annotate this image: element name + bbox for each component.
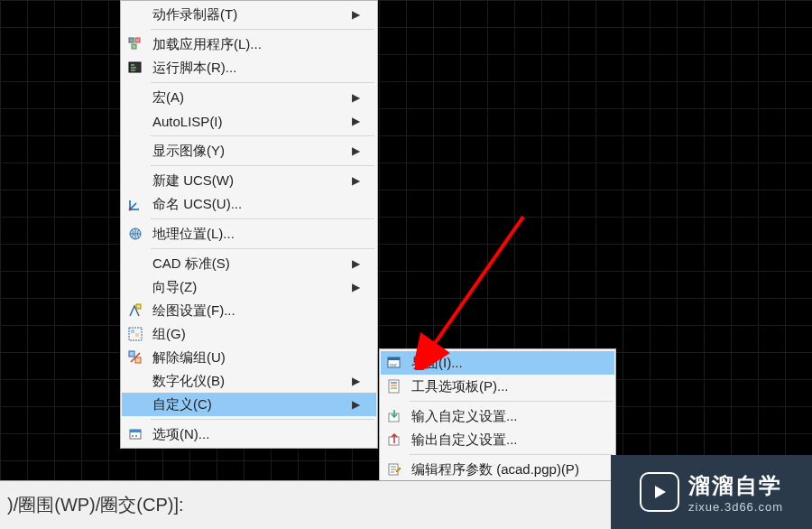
menu-item-label: 命名 UCS(U)... [149,196,360,213]
menu-item-label: 数字化仪(B) [149,373,351,390]
svg-rect-11 [135,357,141,363]
tools-menu-item-2[interactable]: 运行脚本(R)... [122,56,376,79]
menu-item-label: 动作录制器(T) [149,6,351,23]
svg-rect-18 [388,357,400,360]
svg-rect-23 [391,387,397,389]
menu-item-label: 新建 UCS(W) [149,172,351,190]
globe-icon [122,222,149,246]
customize-submenu-item-0[interactable]: cui界面(I)... [381,351,614,375]
customize-submenu-item-4[interactable]: 编辑程序参数 (acad.pgp)(P) [381,458,614,481]
blank [122,3,149,26]
submenu-arrow-icon: ▶ [351,91,360,104]
menu-item-label: CAD 标准(S) [149,255,351,273]
menu-separator [151,218,374,219]
tools-menu-item-14[interactable]: 数字化仪(B)▶ [122,369,376,393]
submenu-arrow-icon: ▶ [351,115,360,127]
svg-rect-14 [130,430,141,432]
menu-item-label: 宏(A) [149,89,351,107]
submenu-arrow-icon: ▶ [351,281,360,293]
svg-text:cui: cui [390,362,397,367]
tools-menu-item-16[interactable]: 选项(N)... [122,422,376,446]
menu-separator [151,248,374,249]
menu-separator [151,419,374,420]
menu-item-label: 绘图设置(F)... [149,302,360,320]
blank [122,169,149,192]
customize-submenu-item-1[interactable]: 工具选项板(P)... [381,375,614,398]
blank [122,109,149,133]
apps-icon [122,32,149,56]
tools-menu-item-11[interactable]: 绘图设置(F)... [122,299,376,322]
cui-icon: cui [381,351,408,375]
customize-submenu: cui界面(I)...工具选项板(P)...输入自定义设置...输出自定义设置.… [379,348,616,484]
menu-item-label: 工具选项板(P)... [408,378,598,395]
svg-rect-9 [135,333,139,337]
tools-context-menu: 动作录制器(T)▶加载应用程序(L)...运行脚本(R)...宏(A)▶Auto… [120,0,378,449]
submenu-arrow-icon: ▶ [351,144,360,157]
menu-item-label: 加载应用程序(L)... [149,36,360,53]
submenu-arrow-icon: ▶ [351,257,360,270]
blank [122,86,149,109]
import-icon [381,404,408,428]
tools-menu-item-9[interactable]: CAD 标准(S)▶ [122,252,376,275]
menu-separator [410,401,613,402]
blank [122,393,149,416]
command-prompt-text: )/圈围(WP)/圈交(CP)]: [7,493,184,517]
submenu-arrow-icon: ▶ [351,174,360,187]
logo-subtitle: zixue.3d66.com [688,500,783,514]
menu-item-label: 向导(Z) [149,279,351,296]
customize-submenu-item-2[interactable]: 输入自定义设置... [381,404,614,428]
tools-menu-item-5[interactable]: 显示图像(Y)▶ [122,139,376,162]
menu-item-label: 界面(I)... [408,355,598,372]
palette-icon [381,375,408,398]
submenu-arrow-icon: ▶ [351,8,360,21]
svg-point-15 [132,435,134,437]
svg-rect-2 [132,44,136,49]
submenu-arrow-icon: ▶ [351,375,360,387]
tools-menu-item-3[interactable]: 宏(A)▶ [122,86,376,109]
menu-item-label: 显示图像(Y) [149,143,351,160]
menu-separator [410,454,613,455]
customize-submenu-item-3[interactable]: 输出自定义设置... [381,428,614,451]
tools-menu-item-0[interactable]: 动作录制器(T)▶ [122,3,376,26]
export-icon [381,428,408,451]
menu-item-label: 编辑程序参数 (acad.pgp)(P) [408,461,598,478]
menu-separator [151,165,374,166]
watermark-logo: 溜溜自学 zixue.3d66.com [611,455,812,529]
menu-item-label: 输入自定义设置... [408,408,598,425]
blank [122,275,149,299]
draft-settings-icon [122,299,149,322]
tools-menu-item-1[interactable]: 加载应用程序(L)... [122,32,376,56]
group-icon [122,322,149,346]
svg-rect-22 [391,385,397,386]
ucs-icon [122,192,149,216]
tools-menu-item-7[interactable]: 命名 UCS(U)... [122,192,376,216]
svg-rect-10 [129,351,134,357]
tools-menu-item-4[interactable]: AutoLISP(I)▶ [122,109,376,133]
play-icon [640,472,679,512]
svg-point-4 [129,209,132,211]
blank [122,252,149,275]
options-icon [122,422,149,446]
tools-menu-item-8[interactable]: 地理位置(L)... [122,222,376,246]
tools-menu-item-12[interactable]: 组(G) [122,322,376,346]
svg-rect-1 [135,38,140,42]
menu-item-label: 选项(N)... [149,426,360,443]
blank [122,369,149,393]
menu-separator [151,29,374,30]
tools-menu-item-6[interactable]: 新建 UCS(W)▶ [122,169,376,192]
menu-item-label: 解除编组(U) [149,349,360,367]
tools-menu-item-15[interactable]: 自定义(C)▶ [122,393,376,416]
svg-rect-21 [391,382,397,384]
menu-item-label: AutoLISP(I) [149,114,351,129]
menu-item-label: 组(G) [149,326,360,343]
menu-separator [151,135,374,136]
logo-title: 溜溜自学 [688,471,783,500]
menu-item-label: 地理位置(L)... [149,226,360,243]
svg-rect-0 [129,38,134,42]
ungroup-icon [122,346,149,369]
tools-menu-item-10[interactable]: 向导(Z)▶ [122,275,376,299]
tools-menu-item-13[interactable]: 解除编组(U) [122,346,376,369]
menu-item-label: 输出自定义设置... [408,432,598,449]
menu-separator [151,82,374,83]
submenu-arrow-icon: ▶ [351,398,360,411]
